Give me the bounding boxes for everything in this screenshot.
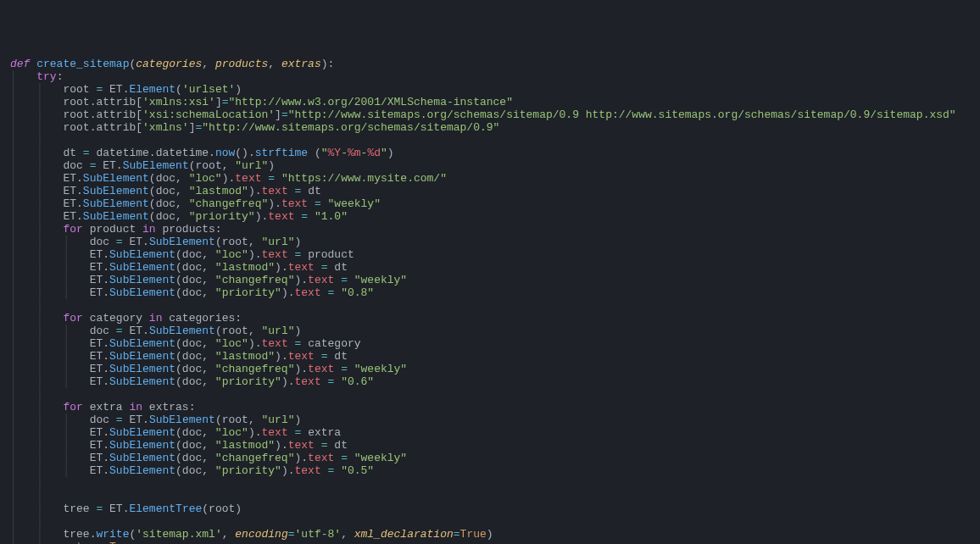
code-line[interactable]: │ │ tree.write('sitemap.xml', encoding='… [10,528,970,541]
code-line[interactable]: │ │ │ ET.SubElement(doc, "priority").tex… [10,375,970,388]
code-line[interactable]: │ │ │ doc = ET.SubElement(root, "url") [10,325,970,337]
token-fn: SubElement [83,172,149,185]
token-var: doc [90,325,116,337]
code-line[interactable]: │ │ root = ET.Element('urlset') [10,83,970,96]
token-var [288,248,295,261]
code-line[interactable]: │ │ return True [10,541,970,544]
code-line[interactable]: │ │ │ doc = ET.SubElement(root, "url") [10,414,970,426]
code-line[interactable]: │ │ │ ET.SubElement(doc, "priority").tex… [10,286,970,299]
code-line[interactable]: │ │ tree = ET.ElementTree(root) [10,502,970,515]
token-attr: text [294,286,320,299]
code-line[interactable]: │ │ ET.SubElement(doc, "changefreq").tex… [10,197,970,210]
code-line[interactable]: │ │ │ ET.SubElement(doc, "changefreq").t… [10,274,970,286]
token-kw: return [63,541,103,544]
token-str: 'urlset' [182,83,235,96]
code-line[interactable]: │ │ │ ET.SubElement(doc, "changefreq").t… [10,452,970,464]
code-line[interactable]: │ │ dt = datetime.datetime.now().strftim… [10,147,970,159]
token-str: "lastmod" [215,350,275,363]
token-punct: ] [215,96,222,108]
code-line[interactable]: │ │ [10,299,970,312]
token-punct: ). [281,286,295,299]
token-param: extras [281,58,321,70]
token-punct: (doc, [175,363,215,375]
code-line[interactable]: │ │ for product in products: [10,223,970,236]
token-var: categories: [162,312,242,325]
token-punct: (doc, [175,464,215,477]
code-line[interactable]: │ │ doc = ET.SubElement(root, "url") [10,159,970,172]
token-str: " [381,147,387,159]
code-line[interactable]: │ try: [10,70,970,83]
token-punct: (doc, [175,286,215,299]
token-op: = [454,528,460,541]
code-line[interactable]: │ │ root.attrib['xmlns']="http://www.sit… [10,121,970,134]
code-line[interactable]: │ │ │ ET.SubElement(doc, "changefreq").t… [10,363,970,375]
token-var: ET. [123,414,149,426]
token-var: extra [83,401,130,414]
code-line[interactable]: │ │ for category in categories: [10,312,970,325]
token-indent-guide: │ │ │ [10,426,90,439]
token-indent-guide: │ │ │ [10,414,90,426]
token-var: dt [301,185,320,197]
code-line[interactable]: │ │ ET.SubElement(doc, "priority").text … [10,210,970,223]
code-line[interactable]: │ │ │ ET.SubElement(doc, "loc").text = p… [10,248,970,261]
code-editor[interactable]: def create_sitemap(categories, products,… [10,58,970,544]
code-line[interactable]: │ │ [10,515,970,528]
token-punct: ) [487,528,493,541]
code-line[interactable]: def create_sitemap(categories, products,… [10,58,970,70]
token-var [321,375,328,388]
token-kwarg: xml_declaration [354,528,454,541]
token-indent-guide: │ │ │ [10,261,90,274]
code-line[interactable]: │ │ │ ET.SubElement(doc, "lastmod").text… [10,350,970,363]
token-attr: text [235,172,261,185]
token-fn: SubElement [109,426,175,439]
code-line[interactable]: │ │ [10,134,970,147]
token-fn: ElementTree [129,502,202,515]
token-fn: SubElement [83,210,149,223]
token-fn: SubElement [109,350,175,363]
code-line[interactable]: │ │ │ ET.SubElement(doc, "lastmod").text… [10,261,970,274]
token-attr: text [261,337,287,350]
code-line[interactable]: │ │ │ ET.SubElement(doc, "loc").text = e… [10,426,970,439]
token-var: ET. [103,502,129,515]
token-str: 'xmlns:xsi' [142,96,215,108]
code-line[interactable]: │ │ │ ET.SubElement(doc, "priority").tex… [10,464,970,477]
code-line[interactable]: │ │ root.attrib['xsi:schemaLocation']="h… [10,108,970,121]
token-indent-guide: │ │ │ [10,325,90,337]
token-op: = [116,236,123,248]
token-kw: for [63,312,82,325]
code-line[interactable]: │ │ root.attrib['xmlns:xsi']="http://www… [10,96,970,108]
code-line[interactable]: │ │ ET.SubElement(doc, "loc").text = "ht… [10,172,970,185]
token-var [103,541,109,544]
token-strinner: %d [367,147,381,159]
code-line[interactable]: │ │ │ ET.SubElement(doc, "loc").text = c… [10,337,970,350]
token-punct: ). [248,185,262,197]
token-var [321,464,328,477]
token-fn: SubElement [109,464,175,477]
code-line[interactable]: │ │ │ ET.SubElement(doc, "lastmod").text… [10,439,970,452]
token-indent-guide: │ │ │ [10,464,90,477]
code-line[interactable]: │ │ for extra in extras: [10,401,970,414]
token-punct: ) [268,159,275,172]
token-var: ET. [63,172,82,185]
token-str: "changefreq" [189,197,269,210]
token-var: ET. [90,274,109,286]
token-true: True [109,541,136,544]
token-indent-guide: │ │ [10,83,63,96]
token-str: "weekly" [354,363,407,375]
code-line[interactable]: │ │ [10,477,970,490]
token-var [315,350,321,363]
token-indent-guide: │ │ [10,172,63,185]
token-punct: (doc, [175,350,215,363]
token-var: product [83,223,142,236]
code-line[interactable]: │ │ [10,490,970,502]
code-line[interactable]: │ │ [10,388,970,401]
token-var [334,363,341,375]
token-indent-guide: │ │ [10,197,63,210]
token-op: = [341,274,348,286]
code-line[interactable]: │ │ │ doc = ET.SubElement(root, "url") [10,236,970,248]
code-line[interactable]: │ │ ET.SubElement(doc, "lastmod").text =… [10,185,970,197]
token-op: = [222,96,229,108]
token-punct: ): [321,58,335,70]
token-punct: (doc, [175,375,215,388]
token-var [308,210,315,223]
